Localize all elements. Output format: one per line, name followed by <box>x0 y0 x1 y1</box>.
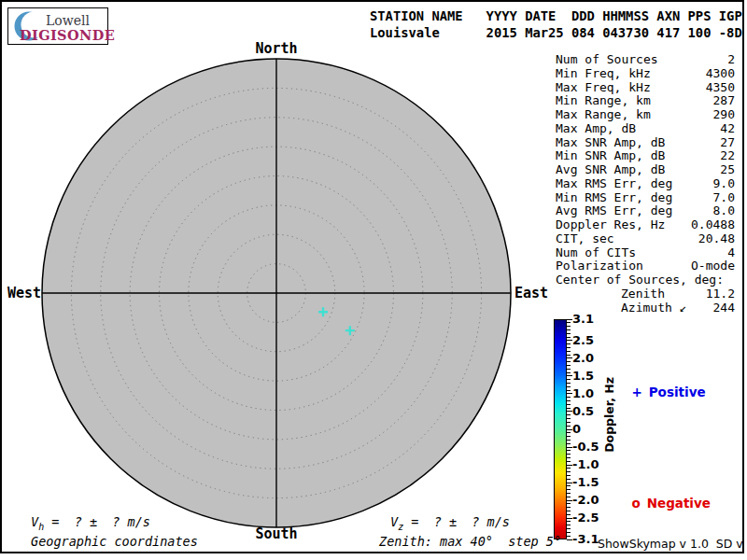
info-value: 287 <box>713 94 735 108</box>
info-row: Center of Sources, deg: <box>556 273 735 287</box>
info-row: Doppler Res, Hz0.0488 <box>556 218 735 232</box>
software-version: ShowSkymap v 1.0 SD v 5.1 <box>598 537 740 551</box>
info-row: Max Freq, kHz4350 <box>556 81 735 95</box>
info-label: Max Range, km <box>556 108 651 122</box>
info-row: Min RMS Err, deg7.0 <box>556 191 735 205</box>
plus-marker-icon: + <box>631 385 641 399</box>
colorbar-tick-label: -1.0 <box>572 457 599 471</box>
colorbar-minor-tick <box>567 347 571 348</box>
info-value: 4 <box>727 246 735 260</box>
colorbar-minor-tick <box>567 461 571 462</box>
colorbar-minor-tick <box>567 322 571 323</box>
colorbar-minor-tick <box>567 329 571 330</box>
info-value: 22 <box>720 149 735 163</box>
colorbar-tick-label: -2.0 <box>572 493 599 507</box>
vz-value: = ? ± ? m/s <box>403 514 510 529</box>
colorbar-minor-tick <box>567 390 571 391</box>
colorbar-minor-tick <box>567 514 571 515</box>
colorbar-minor-tick <box>567 386 571 387</box>
colorbar-minor-tick <box>567 397 571 398</box>
colorbar-minor-tick <box>567 454 571 455</box>
colorbar-minor-tick <box>567 521 571 522</box>
colorbar-minor-tick <box>567 479 571 480</box>
colorbar-minor-tick <box>567 379 571 380</box>
colorbar-minor-tick <box>567 408 571 409</box>
colorbar-minor-tick <box>567 468 571 469</box>
colorbar-minor-tick <box>567 365 571 366</box>
colorbar-minor-tick <box>567 475 571 476</box>
colorbar-minor-tick <box>567 422 571 423</box>
colorbar-minor-tick <box>567 404 571 405</box>
info-row: Max RMS Err, deg9.0 <box>556 177 735 191</box>
legend-negative: oNegative <box>623 481 711 511</box>
colorbar-minor-tick <box>567 511 571 511</box>
info-value: 11.2 <box>706 287 735 301</box>
info-value: 4350 <box>706 81 735 95</box>
colorbar-tick-label: 2.5 <box>572 333 594 347</box>
colorbar-tick-label: 1.5 <box>572 369 594 383</box>
info-label: Min RMS Err, deg <box>556 191 672 205</box>
colorbar-minor-tick <box>567 443 571 444</box>
colorbar-minor-tick <box>567 400 571 401</box>
info-row: Max SNR Amp, dB27 <box>556 136 735 150</box>
colorbar-tick-label: -2.5 <box>572 511 599 525</box>
colorbar-minor-tick <box>567 333 571 334</box>
colorbar-minor-tick <box>567 485 571 486</box>
colorbar-minor-tick <box>567 507 571 508</box>
colorbar-minor-tick <box>567 351 571 352</box>
header-columns-line: STATION NAME YYYY DATE DDD HHMMSS AXN PP… <box>370 8 742 23</box>
colorbar-minor-tick <box>567 528 571 529</box>
colorbar-tick-label: -0.5 <box>572 440 599 454</box>
info-value: 9.0 <box>713 177 735 191</box>
legend-positive: +Positive <box>623 370 706 399</box>
colorbar-axis-title: Doppler, Hz <box>602 377 616 453</box>
colorbar-minor-tick <box>567 532 571 533</box>
circle-marker-icon: o <box>631 496 640 511</box>
info-row: Min SNR Amp, dB22 <box>556 149 735 163</box>
info-value: 42 <box>720 122 735 136</box>
info-row: Num of CITs4 <box>556 246 735 260</box>
compass-south-label: South <box>255 525 297 542</box>
legend-positive-label: Positive <box>649 385 706 399</box>
info-label: Zenith <box>556 287 665 301</box>
logo-brand-digisonde: DIGISONDE <box>20 27 115 43</box>
vh-symbol: V <box>31 514 38 529</box>
info-value: 244 <box>713 301 735 315</box>
info-label: Num of Sources <box>556 53 658 67</box>
measurement-info-panel: Num of Sources2Min Freq, kHz4300Max Freq… <box>556 53 735 315</box>
info-value: 0.0488 <box>691 218 735 232</box>
colorbar-minor-tick <box>567 503 571 504</box>
colorbar-minor-tick <box>567 450 571 451</box>
info-value: 4300 <box>706 67 735 81</box>
colorbar-minor-tick <box>567 432 571 433</box>
colorbar-minor-tick <box>567 337 571 338</box>
colorbar-tick-label: -3.1 <box>572 532 599 546</box>
colorbar-minor-tick <box>567 372 571 373</box>
info-row: PolarizationO-mode <box>556 259 735 273</box>
colorbar-tick-label: 1.0 <box>572 386 594 400</box>
colorbar-minor-tick <box>567 414 571 415</box>
vz-symbol: V <box>390 514 398 529</box>
info-label: Min Freq, kHz <box>556 67 651 81</box>
info-row: Max Amp, dB42 <box>556 122 735 136</box>
info-row: Max Range, km290 <box>556 108 735 122</box>
info-label: Avg SNR Amp, dB <box>556 163 665 177</box>
info-label: Center of Sources, deg: <box>556 273 724 287</box>
info-label: Min Range, km <box>556 94 651 108</box>
info-value: 8.0 <box>713 204 735 218</box>
colorbar-minor-tick <box>567 343 571 344</box>
legend-negative-label: Negative <box>647 496 711 511</box>
info-label: Doppler Res, Hz <box>556 218 665 232</box>
colorbar-minor-tick <box>567 369 571 370</box>
colorbar-minor-tick <box>567 457 571 458</box>
info-value: 20.48 <box>698 232 735 246</box>
zenith-range-note: Zenith: max 40° step 5° <box>379 534 561 549</box>
info-row: Avg SNR Amp, dB25 <box>556 163 735 177</box>
colorbar-minor-tick <box>567 536 571 537</box>
colorbar-tick-label: 2.0 <box>572 351 594 365</box>
colorbar-minor-tick <box>567 426 571 427</box>
colorbar-minor-tick <box>567 493 571 494</box>
station-header: STATION NAME YYYY DATE DDD HHMMSS AXN PP… <box>370 7 742 41</box>
info-value: O-mode <box>691 259 735 273</box>
colorbar-tick-label: 0.5 <box>572 404 594 418</box>
